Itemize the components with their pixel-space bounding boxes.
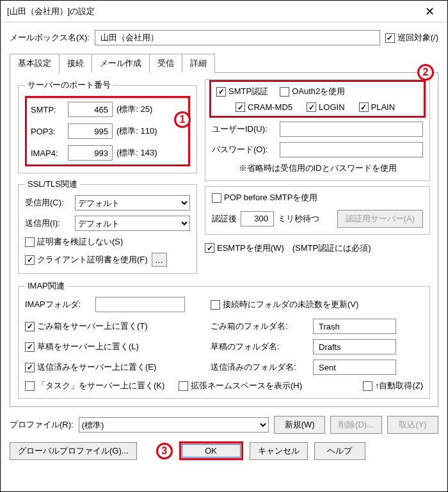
mailbox-name-input[interactable] <box>95 30 380 45</box>
ssl-recv-label: 受信用(C): <box>25 197 71 209</box>
smtp-port-input[interactable] <box>68 102 113 117</box>
tab-receive[interactable]: 受信 <box>149 54 182 73</box>
imap4-port-label: IMAP4: <box>31 148 64 158</box>
imap-folder-label: IMAPフォルダ: <box>25 299 89 310</box>
client-cert-browse-button[interactable]: … <box>152 253 167 267</box>
circulate-checkbox[interactable]: 巡回対象(/) <box>385 32 438 44</box>
imap-related-legend: IMAP関連 <box>25 280 67 292</box>
cancel-button[interactable]: キャンセル <box>250 442 308 460</box>
drafts-folder-input[interactable] <box>313 339 396 354</box>
pop3-port-input[interactable] <box>68 123 113 139</box>
pop3-port-std: (標準: 110) <box>116 125 157 137</box>
auto-fetch-checkbox[interactable]: ↑自動取得(Z) <box>363 380 423 392</box>
task-on-server-checkbox[interactable]: 「タスク」をサーバー上に置く(K) <box>25 380 172 392</box>
tab-basic[interactable]: 基本設定 <box>10 54 60 73</box>
drafts-on-server-checkbox[interactable]: 草稿をサーバー上に置く(L) <box>25 341 204 353</box>
smtp-port-std: (標準: 25) <box>116 104 152 115</box>
login-checkbox[interactable]: LOGIN <box>307 102 344 112</box>
auth-server-button[interactable]: 認証用サーバー(A) <box>337 210 423 228</box>
ssl-recv-select[interactable]: デフォルト <box>75 195 190 210</box>
tab-detail[interactable]: 詳細 <box>182 54 215 73</box>
trash-folder-label: ごみ箱のフォルダ名: <box>211 321 307 332</box>
password-input[interactable] <box>280 142 423 157</box>
wait-suffix-label: ミリ秒待つ <box>278 213 319 225</box>
smtp-port-label: SMTP: <box>31 105 64 115</box>
callout-3: 3 <box>156 443 173 459</box>
sent-folder-label: 送信済みのフォルダ名: <box>211 361 307 373</box>
window-title: [山田（会社用）]の設定 <box>7 6 95 17</box>
imap4-port-input[interactable] <box>68 145 113 161</box>
plain-checkbox[interactable]: PLAIN <box>359 102 396 112</box>
no-verify-cert-checkbox[interactable]: 証明書を検証しない(S) <box>25 236 190 248</box>
profile-label: プロファイル(R): <box>10 419 74 431</box>
profile-import-button[interactable]: 取込(Y) <box>387 416 438 434</box>
ssl-group: SSL/TLS関連 受信用(C): デフォルト 送信用(I): <box>18 179 197 274</box>
trash-on-server-checkbox[interactable]: ごみ箱をサーバー上に置く(T) <box>25 321 204 332</box>
port-legend: サーバーのポート番号 <box>25 79 113 91</box>
tab-connection[interactable]: 接続 <box>59 54 92 73</box>
cram-md5-checkbox[interactable]: CRAM-MD5 <box>236 102 292 112</box>
profile-new-button[interactable]: 新規(W) <box>274 416 325 434</box>
ext-namespace-checkbox[interactable]: 拡張ネームスペースを表示(H) <box>179 380 313 392</box>
pop-before-smtp-group: POP before SMTPを使用 認証後 ミリ秒待つ 認証用サーバー(A) <box>205 186 430 235</box>
close-icon[interactable]: ✕ <box>417 3 442 20</box>
tab-panel-detail: 1 2 サーバーのポート番号 SMTP: (標準: 25) <box>10 73 438 407</box>
trash-folder-input[interactable] <box>313 319 396 334</box>
tab-compose[interactable]: メール作成 <box>92 54 150 73</box>
ssl-legend: SSL/TLS関連 <box>25 179 80 190</box>
content-area: メールボックス名(X): 巡回対象(/) 基本設定 接続 メール作成 受信 詳細… <box>1 22 447 466</box>
mailbox-name-label: メールボックス名(X): <box>10 32 90 44</box>
profile-select[interactable]: (標準) <box>79 417 269 432</box>
ssl-send-label: 送信用(I): <box>25 218 71 229</box>
titlebar: [山田（会社用）]の設定 ✕ <box>1 1 447 22</box>
refresh-unread-checkbox[interactable]: 接続時にフォルダの未読数を更新(V) <box>211 299 358 310</box>
smtpauth-group: SMTP認証 OAuth2を使用 CRAM-MD5 <box>205 79 430 181</box>
oauth2-checkbox[interactable]: OAuth2を使用 <box>280 86 345 97</box>
tab-strip: 基本設定 接続 メール作成 受信 詳細 <box>10 53 438 73</box>
imap4-port-std: (標準: 143) <box>116 147 157 159</box>
esmtp-checkbox[interactable]: ESMTPを使用(W) (SMTP認証には必須) <box>205 242 430 254</box>
settings-dialog: [山田（会社用）]の設定 ✕ メールボックス名(X): 巡回対象(/) 基本設定… <box>0 0 448 492</box>
sent-folder-input[interactable] <box>313 360 396 375</box>
imap-related-group: IMAP関連 IMAPフォルダ: 接続時にフォルダの未読数を更新(V) ごみ箱を… <box>18 280 430 399</box>
pop3-port-label: POP3: <box>31 127 64 136</box>
callout-2: 2 <box>417 64 434 81</box>
sent-on-server-checkbox[interactable]: 送信済みをサーバー上に置く(E) <box>25 361 204 373</box>
smtp-auth-checkbox[interactable]: SMTP認証 <box>216 86 268 97</box>
ok-button[interactable]: OK <box>179 441 243 460</box>
password-label: パスワード(O): <box>212 144 276 155</box>
userid-label: ユーザーID(U): <box>212 123 276 135</box>
client-cert-checkbox[interactable]: クライアント証明書を使用(F) <box>25 254 148 266</box>
global-profile-button[interactable]: グローバルプロファイル(G)... <box>10 442 137 460</box>
callout-1: 1 <box>174 111 191 128</box>
imap-folder-input[interactable] <box>95 297 185 312</box>
ssl-send-select[interactable]: デフォルト <box>75 216 190 231</box>
smtpauth-note: ※省略時は受信用のIDとパスワードを使用 <box>212 163 423 174</box>
profile-delete-button[interactable]: 削除(D)... <box>330 416 382 434</box>
drafts-folder-label: 草稿のフォルダ名: <box>211 341 307 353</box>
port-group: サーバーのポート番号 SMTP: (標準: 25) POP3: <box>18 79 197 173</box>
wait-ms-input[interactable] <box>241 211 274 226</box>
wait-prefix-label: 認証後 <box>212 213 237 225</box>
pop-before-smtp-checkbox[interactable]: POP before SMTPを使用 <box>212 192 317 203</box>
userid-input[interactable] <box>280 122 423 137</box>
help-button[interactable]: ヘルプ <box>314 442 365 460</box>
